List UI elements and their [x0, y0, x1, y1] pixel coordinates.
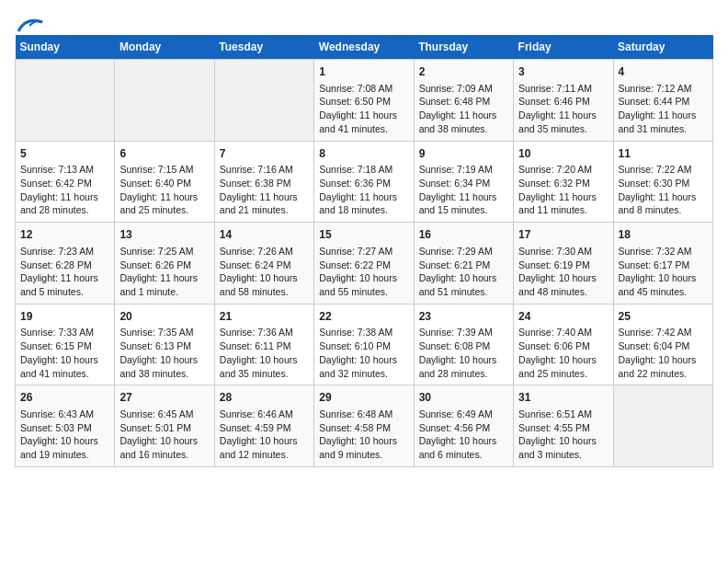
- day-info: Sunrise: 7:11 AM: [518, 82, 608, 96]
- day-info: Sunset: 6:13 PM: [119, 339, 209, 353]
- calendar-cell: 15Sunrise: 7:27 AMSunset: 6:22 PMDayligh…: [314, 223, 414, 304]
- day-info: Sunrise: 7:20 AM: [518, 163, 608, 177]
- day-info: Sunset: 6:36 PM: [319, 177, 408, 190]
- day-info: Sunrise: 7:26 AM: [220, 245, 309, 259]
- day-info: Sunset: 4:55 PM: [518, 421, 608, 435]
- day-info: Sunset: 6:08 PM: [419, 339, 508, 353]
- weekday-header-thursday: Thursday: [414, 35, 513, 60]
- day-number: 9: [419, 146, 508, 162]
- weekday-header-tuesday: Tuesday: [214, 35, 313, 60]
- calendar-cell: 6Sunrise: 7:15 AMSunset: 6:40 PMDaylight…: [115, 141, 214, 223]
- day-info: Sunset: 6:50 PM: [319, 95, 408, 109]
- day-info: Sunrise: 7:30 AM: [518, 245, 608, 259]
- day-info: Daylight: 10 hours: [518, 271, 608, 285]
- day-info: Sunset: 6:24 PM: [220, 259, 309, 272]
- calendar-cell: 18Sunrise: 7:32 AMSunset: 6:17 PMDayligh…: [613, 223, 712, 304]
- day-info: Sunrise: 7:25 AM: [119, 245, 209, 259]
- day-info: and 48 minutes.: [518, 285, 608, 299]
- day-info: Sunset: 6:32 PM: [518, 177, 608, 190]
- calendar-cell: 30Sunrise: 6:49 AMSunset: 4:56 PMDayligh…: [414, 385, 513, 467]
- day-info: Sunrise: 7:39 AM: [419, 326, 508, 339]
- day-number: 25: [619, 309, 708, 325]
- day-info: Sunset: 6:46 PM: [518, 95, 608, 109]
- day-info: Sunset: 6:19 PM: [518, 259, 608, 272]
- day-info: Daylight: 10 hours: [319, 353, 408, 367]
- day-info: Sunset: 6:21 PM: [419, 259, 508, 272]
- day-info: Sunrise: 7:42 AM: [619, 326, 708, 339]
- day-info: and 9 minutes.: [319, 448, 408, 462]
- calendar-cell: 10Sunrise: 7:20 AMSunset: 6:32 PMDayligh…: [514, 141, 613, 223]
- day-info: Daylight: 11 hours: [518, 190, 608, 204]
- day-number: 22: [319, 309, 408, 325]
- day-info: and 41 minutes.: [319, 122, 408, 136]
- day-info: Sunset: 6:34 PM: [419, 177, 508, 190]
- day-info: and 35 minutes.: [518, 122, 608, 136]
- calendar-cell: [16, 60, 115, 142]
- calendar-cell: 16Sunrise: 7:29 AMSunset: 6:21 PMDayligh…: [414, 223, 513, 304]
- day-info: and 28 minutes.: [20, 203, 109, 217]
- day-info: and 28 minutes.: [419, 367, 508, 381]
- day-number: 17: [518, 227, 608, 243]
- calendar-week-row: 19Sunrise: 7:33 AMSunset: 6:15 PMDayligh…: [16, 304, 713, 385]
- day-number: 3: [518, 64, 608, 80]
- day-info: Sunset: 6:17 PM: [619, 259, 708, 272]
- day-info: Sunset: 6:15 PM: [20, 339, 109, 353]
- calendar-cell: 11Sunrise: 7:22 AMSunset: 6:30 PMDayligh…: [613, 141, 712, 223]
- day-info: Daylight: 10 hours: [419, 271, 508, 285]
- day-info: Daylight: 10 hours: [20, 353, 109, 367]
- day-number: 31: [518, 390, 608, 406]
- day-number: 23: [419, 309, 508, 325]
- day-info: Daylight: 10 hours: [220, 271, 309, 285]
- day-info: Daylight: 10 hours: [419, 434, 508, 448]
- day-info: Sunset: 6:42 PM: [20, 177, 109, 190]
- day-info: and 58 minutes.: [220, 285, 309, 299]
- day-number: 26: [20, 390, 109, 406]
- day-info: Daylight: 10 hours: [20, 434, 109, 448]
- day-info: Sunrise: 7:33 AM: [20, 326, 109, 339]
- day-info: Sunset: 6:06 PM: [518, 339, 608, 353]
- calendar-cell: 13Sunrise: 7:25 AMSunset: 6:26 PMDayligh…: [115, 223, 214, 304]
- day-info: Daylight: 10 hours: [119, 434, 209, 448]
- day-info: and 25 minutes.: [518, 367, 608, 381]
- day-info: and 6 minutes.: [419, 448, 508, 462]
- calendar-cell: 24Sunrise: 7:40 AMSunset: 6:06 PMDayligh…: [514, 304, 613, 385]
- day-info: Sunrise: 7:29 AM: [419, 245, 508, 259]
- calendar-cell: 26Sunrise: 6:43 AMSunset: 5:03 PMDayligh…: [16, 385, 115, 467]
- calendar-cell: 14Sunrise: 7:26 AMSunset: 6:24 PMDayligh…: [214, 223, 313, 304]
- day-info: Sunrise: 7:38 AM: [319, 326, 408, 339]
- calendar-table: SundayMondayTuesdayWednesdayThursdayFrid…: [15, 35, 713, 467]
- day-number: 5: [20, 146, 109, 162]
- day-info: Sunrise: 7:23 AM: [20, 245, 109, 259]
- calendar-cell: 23Sunrise: 7:39 AMSunset: 6:08 PMDayligh…: [414, 304, 513, 385]
- day-info: Sunrise: 6:48 AM: [319, 408, 408, 421]
- day-info: Sunset: 6:26 PM: [119, 259, 209, 272]
- day-info: and 35 minutes.: [220, 367, 309, 381]
- calendar-cell: 25Sunrise: 7:42 AMSunset: 6:04 PMDayligh…: [613, 304, 712, 385]
- day-info: Sunrise: 7:16 AM: [220, 163, 309, 177]
- weekday-header-wednesday: Wednesday: [314, 35, 414, 60]
- day-info: Daylight: 11 hours: [20, 190, 109, 204]
- day-info: Sunset: 6:04 PM: [619, 339, 708, 353]
- day-info: Sunrise: 6:43 AM: [20, 408, 109, 421]
- day-info: Daylight: 10 hours: [518, 353, 608, 367]
- day-info: and 19 minutes.: [20, 448, 109, 462]
- day-info: and 16 minutes.: [119, 448, 209, 462]
- day-info: Daylight: 11 hours: [619, 190, 708, 204]
- calendar-cell: 8Sunrise: 7:18 AMSunset: 6:36 PMDaylight…: [314, 141, 414, 223]
- day-number: 1: [319, 64, 408, 80]
- weekday-header-friday: Friday: [514, 35, 613, 60]
- day-info: Sunrise: 7:12 AM: [619, 82, 708, 96]
- day-info: and 41 minutes.: [20, 367, 109, 381]
- day-info: Daylight: 10 hours: [619, 353, 708, 367]
- day-info: Sunset: 6:22 PM: [319, 259, 408, 272]
- calendar-cell: 27Sunrise: 6:45 AMSunset: 5:01 PMDayligh…: [115, 385, 214, 467]
- day-info: Daylight: 10 hours: [119, 353, 209, 367]
- day-number: 11: [619, 146, 708, 162]
- day-info: and 5 minutes.: [20, 285, 109, 299]
- day-info: and 22 minutes.: [619, 367, 708, 381]
- day-info: and 31 minutes.: [619, 122, 708, 136]
- day-info: Sunrise: 7:09 AM: [419, 82, 508, 96]
- weekday-header-sunday: Sunday: [16, 35, 115, 60]
- day-number: 29: [319, 390, 408, 406]
- day-info: Daylight: 10 hours: [220, 353, 309, 367]
